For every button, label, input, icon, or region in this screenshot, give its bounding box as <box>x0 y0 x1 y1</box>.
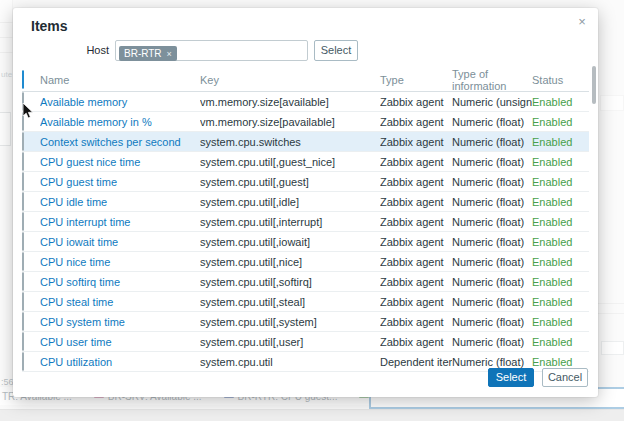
item-info-type: Numeric (unsigned) <box>452 96 532 108</box>
table-row: CPU iowait time system.cpu.util[,iowait]… <box>22 232 589 252</box>
item-name-link[interactable]: CPU interrupt time <box>40 216 200 228</box>
item-type: Zabbix agent <box>380 296 452 308</box>
table-row: CPU idle time system.cpu.util[,idle] Zab… <box>22 192 589 212</box>
item-type: Zabbix agent <box>380 176 452 188</box>
scrollbar-thumb[interactable] <box>592 66 596 104</box>
item-checkbox[interactable] <box>22 312 24 331</box>
item-info-type: Numeric (float) <box>452 116 532 128</box>
item-name-link[interactable]: CPU guest time <box>40 176 200 188</box>
item-name-link[interactable]: CPU idle time <box>40 196 200 208</box>
host-chip-label: BR-RTR <box>124 48 162 59</box>
table-row: CPU guest time system.cpu.util[,guest] Z… <box>22 172 589 192</box>
item-status: Enabled <box>532 316 589 328</box>
item-checkbox[interactable] <box>22 292 24 311</box>
item-info-type: Numeric (float) <box>452 176 532 188</box>
item-type: Zabbix agent <box>380 96 452 108</box>
item-name-link[interactable]: CPU nice time <box>40 256 200 268</box>
item-key: vm.memory.size[available] <box>200 96 380 108</box>
item-info-type: Numeric (float) <box>452 216 532 228</box>
item-key: system.cpu.util[,interrupt] <box>200 216 380 228</box>
table-row: Context switches per second system.cpu.s… <box>22 132 589 152</box>
item-checkbox[interactable] <box>22 92 24 111</box>
item-status: Enabled <box>532 196 589 208</box>
item-key: system.cpu.util[,iowait] <box>200 236 380 248</box>
table-row: Available memory vm.memory.size[availabl… <box>22 92 589 112</box>
item-name-link[interactable]: Available memory <box>40 96 200 108</box>
table-row: CPU interrupt time system.cpu.util[,inte… <box>22 212 589 232</box>
column-header-type: Type <box>380 74 452 86</box>
item-type: Zabbix agent <box>380 256 452 268</box>
item-name-link[interactable]: CPU user time <box>40 336 200 348</box>
screen: ute :56 TR: Available ... BR-SRV: Availa… <box>0 0 624 421</box>
item-name-link[interactable]: CPU steal time <box>40 296 200 308</box>
item-key: system.cpu.util[,guest] <box>200 176 380 188</box>
host-field-row: Host BR-RTR × Select <box>13 40 598 62</box>
item-status: Enabled <box>532 276 589 288</box>
table-row: CPU system time system.cpu.util[,system]… <box>22 312 589 332</box>
item-type: Zabbix agent <box>380 156 452 168</box>
item-checkbox[interactable] <box>22 252 24 271</box>
table-row: CPU steal time system.cpu.util[,steal] Z… <box>22 292 589 312</box>
item-name-link[interactable]: Available memory in % <box>40 116 200 128</box>
item-checkbox[interactable] <box>22 232 24 251</box>
item-info-type: Numeric (float) <box>452 156 532 168</box>
column-header-key: Key <box>200 74 380 86</box>
item-status: Enabled <box>532 136 589 148</box>
item-status: Enabled <box>532 156 589 168</box>
item-key: system.cpu.switches <box>200 136 380 148</box>
item-type: Zabbix agent <box>380 276 452 288</box>
item-type: Zabbix agent <box>380 116 452 128</box>
dialog-footer: Select Cancel <box>488 368 588 387</box>
item-key: system.cpu.util[,nice] <box>200 256 380 268</box>
item-key: vm.memory.size[pavailable] <box>200 116 380 128</box>
host-select-button[interactable]: Select <box>314 40 358 61</box>
host-label: Host <box>13 44 109 56</box>
item-info-type: Numeric (float) <box>452 136 532 148</box>
item-checkbox[interactable] <box>22 352 24 371</box>
item-checkbox[interactable] <box>22 212 24 231</box>
cancel-button[interactable]: Cancel <box>542 368 588 387</box>
item-checkbox[interactable] <box>22 152 24 171</box>
host-input[interactable]: BR-RTR × <box>115 40 308 61</box>
item-key: system.cpu.util <box>200 356 380 368</box>
item-name-link[interactable]: Context switches per second <box>40 136 200 148</box>
table-row: CPU softirq time system.cpu.util[,softir… <box>22 272 589 292</box>
item-checkbox[interactable] <box>22 112 24 131</box>
item-checkbox[interactable] <box>22 272 24 291</box>
item-name-link[interactable]: CPU softirq time <box>40 276 200 288</box>
item-key: system.cpu.util[,softirq] <box>200 276 380 288</box>
column-header-status: Status <box>532 74 589 86</box>
item-status: Enabled <box>532 116 589 128</box>
chip-remove-icon[interactable]: × <box>167 49 172 59</box>
items-dialog: Items × Host BR-RTR × Select Name Key Ty… <box>13 8 598 397</box>
item-key: system.cpu.util[,guest_nice] <box>200 156 380 168</box>
item-name-link[interactable]: CPU system time <box>40 316 200 328</box>
table-row: CPU nice time system.cpu.util[,nice] Zab… <box>22 252 589 272</box>
item-type: Zabbix agent <box>380 136 452 148</box>
item-name-link[interactable]: CPU guest nice time <box>40 156 200 168</box>
item-checkbox[interactable] <box>22 332 24 351</box>
item-name-link[interactable]: CPU iowait time <box>40 236 200 248</box>
select-button[interactable]: Select <box>488 368 534 387</box>
dialog-title: Items <box>31 18 68 34</box>
item-status: Enabled <box>532 296 589 308</box>
item-type: Zabbix agent <box>380 236 452 248</box>
item-status: Enabled <box>532 236 589 248</box>
select-all-checkbox[interactable] <box>22 70 24 89</box>
item-status: Enabled <box>532 256 589 268</box>
item-type: Zabbix agent <box>380 216 452 228</box>
item-name-link[interactable]: CPU utilization <box>40 356 200 368</box>
item-info-type: Numeric (float) <box>452 196 532 208</box>
close-icon[interactable]: × <box>574 14 590 30</box>
host-chip: BR-RTR × <box>119 46 177 61</box>
item-checkbox[interactable] <box>22 192 24 211</box>
item-status: Enabled <box>532 216 589 228</box>
item-key: system.cpu.util[,steal] <box>200 296 380 308</box>
item-info-type: Numeric (float) <box>452 296 532 308</box>
item-checkbox[interactable] <box>22 172 24 191</box>
item-type: Zabbix agent <box>380 196 452 208</box>
item-info-type: Numeric (float) <box>452 316 532 328</box>
item-info-type: Numeric (float) <box>452 336 532 348</box>
item-checkbox[interactable] <box>22 132 24 151</box>
items-table: Name Key Type Type of information Status… <box>22 68 589 372</box>
